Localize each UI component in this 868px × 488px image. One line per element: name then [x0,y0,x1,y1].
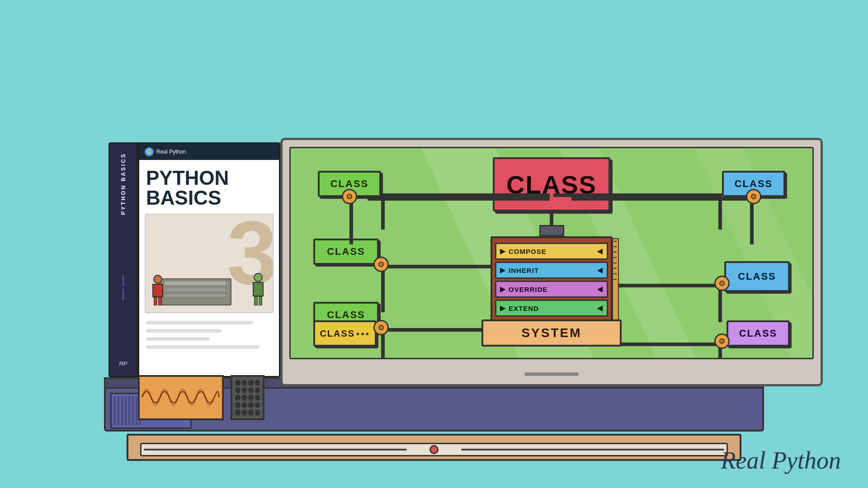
worker2 [253,273,264,305]
class-box-right-mid: CLASS [724,261,790,292]
machine-illus [159,278,231,305]
waveform-svg [140,377,221,418]
slot-extend-arrow-right: ◀ [597,304,603,312]
lamp-right-1 [746,189,761,204]
system-label: SYSTEM [521,326,581,340]
book-text-lines [139,315,279,354]
slot-compose-arrow-right: ◀ [597,247,603,255]
slot-override-arrow-right: ◀ [597,285,603,293]
slot-override-arrow-left: ▶ [500,285,506,293]
class-box-bottom-right: CLASS [726,320,790,347]
speaker-dot [235,380,241,386]
slot-inherit: ▶ INHERIT ◀ [495,262,608,279]
book-title-line1: PYTHON [146,168,272,188]
cover-line-4 [146,345,259,349]
progress-bar-container[interactable] [140,443,728,456]
lamp-left-1 [342,189,357,204]
class-box-bottom-left: CLASS●●● [313,320,377,347]
progress-track-left [144,449,407,450]
lamp-right-3 [714,333,730,349]
monitor-frame: CLASS [280,138,823,386]
tower-top-connector [539,225,564,236]
book-cover-header: 🐍 Real Python [139,144,279,160]
book-title-line2: BASICS [146,188,272,208]
svg-text:🐍: 🐍 [147,150,151,154]
slot-override: ▶ OVERRIDE ◀ [495,281,608,298]
cover-line-2 [146,329,222,333]
progress-track-right [461,449,724,450]
progress-dot[interactable] [429,445,439,454]
system-bar: SYSTEM [481,319,622,347]
pipe-horiz-left-top [381,193,550,197]
lamp-left-3 [373,320,389,335]
pipe-horiz-right-top [553,193,722,197]
speaker-grid [231,375,264,420]
real-python-icon: 🐍 [145,147,154,156]
book-spine: PYTHON BASICS RP [108,142,138,377]
book-brand-label: Real Python [156,149,186,155]
branding-text: Real Python [721,446,841,474]
book-number: 3 [227,214,274,298]
cover-line-3 [146,337,209,341]
class-box-mid-left: CLASS [313,239,379,265]
slot-inherit-label: INHERIT [509,267,539,274]
pipe-right-h1 [571,197,754,201]
book-illustration: 3 [145,214,274,313]
book-cover: 🐍 Real Python PYTHON BASICS 3 [138,142,280,377]
cover-line-1 [146,321,253,324]
slot-extend-label: EXTEND [509,305,539,312]
book-spine-title: PYTHON BASICS [120,153,127,215]
pipe-left-h1 [368,197,550,201]
monitor-screen: CLASS [289,147,814,359]
monitor-indicator [524,372,579,376]
lamp-left-2 [373,257,389,272]
waveform-display [138,375,224,420]
central-tower: ▶ COMPOSE ◀ ▶ INHERIT ◀ ▶ OVERRIDE ◀ [491,225,613,323]
monitor-container: CLASS [280,138,823,386]
tower-main-body: ▶ COMPOSE ◀ ▶ INHERIT ◀ ▶ OVERRIDE ◀ [491,236,613,323]
worker1 [152,275,163,305]
slot-extend: ▶ EXTEND ◀ [495,300,608,317]
book-title-area: PYTHON BASICS [139,160,279,211]
slot-inherit-arrow-right: ◀ [597,266,603,274]
book-spine-logo: RP [119,360,127,367]
lamp-right-2 [714,276,730,291]
slot-compose-arrow-left: ▶ [500,247,506,255]
branding-area: Real Python [721,446,841,474]
book-container: PYTHON BASICS RP 🐍 Real Python PYTHON BA… [108,142,280,377]
slot-override-label: OVERRIDE [509,286,547,293]
slot-inherit-arrow-left: ▶ [500,266,506,274]
tower-ruler [612,238,619,321]
slot-compose-label: COMPOSE [509,248,547,255]
main-class-title-box: CLASS [493,157,610,211]
slot-extend-arrow-left: ▶ [500,304,506,312]
slot-compose: ▶ COMPOSE ◀ [495,243,608,260]
book-spine-lines [123,275,124,300]
